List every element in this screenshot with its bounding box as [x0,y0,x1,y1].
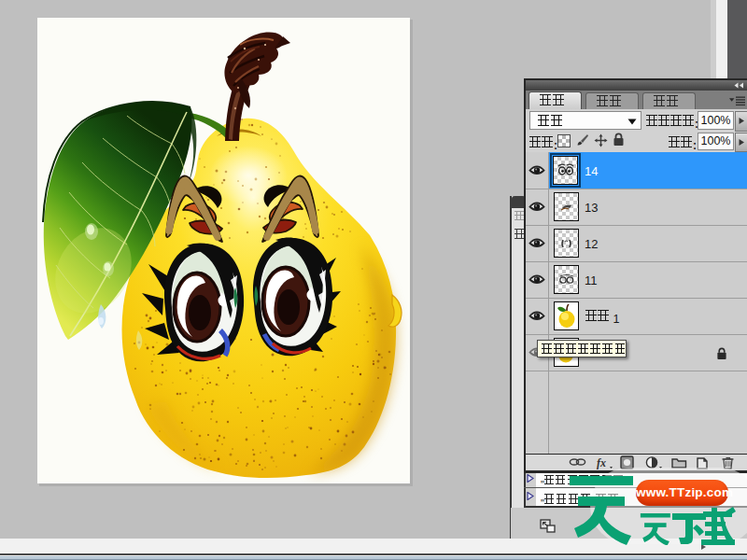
svg-text:fx: fx [597,456,606,469]
